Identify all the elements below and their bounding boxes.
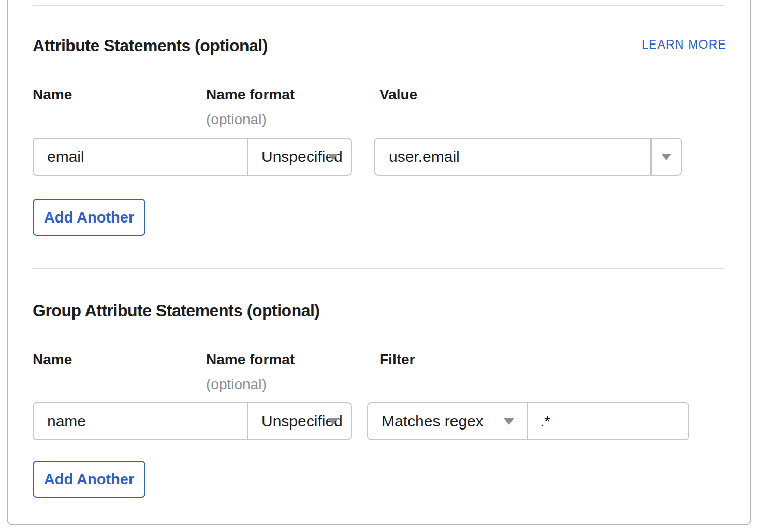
group-col-format-label: Name format [206,351,295,368]
attr-col-value-label: Value [380,86,417,103]
attr-name-format-field-group: Unspecified [33,138,352,176]
settings-card [7,0,751,525]
chevron-down-icon [328,154,338,160]
attribute-statements-title: Attribute Statements (optional) [33,36,268,55]
group-col-filter-label: Filter [380,351,415,368]
attr-col-format-optional-label: (optional) [206,111,267,128]
attr-name-input[interactable] [34,139,247,175]
group-filter-type-select[interactable]: Matches regex [368,403,527,439]
group-filter-type-select-value: Matches regex [382,412,484,430]
chevron-down-icon [661,154,672,160]
group-name-format-field-group: Unspecified [33,402,352,440]
attr-col-name-label: Name [33,86,72,103]
group-col-name-label: Name [33,351,72,368]
attr-col-format-label: Name format [206,86,295,103]
section-divider-middle [33,268,725,269]
section-divider-top [33,5,725,6]
group-name-format-select[interactable]: Unspecified [248,403,351,439]
learn-more-link[interactable]: LEARN MORE [641,38,726,52]
group-filter-value-input[interactable] [528,403,688,439]
group-add-another-button[interactable]: Add Another [33,461,145,498]
attr-value-input[interactable] [375,139,650,175]
chevron-down-icon [504,418,514,425]
attr-value-field-group [374,138,682,176]
group-name-input[interactable] [34,403,247,439]
attr-name-format-select[interactable]: Unspecified [248,139,351,175]
chevron-down-icon [328,418,338,425]
group-col-format-optional-label: (optional) [206,376,267,393]
attr-value-dropdown-button[interactable] [652,139,681,175]
group-attribute-statements-title: Group Attribute Statements (optional) [33,301,320,320]
group-filter-field-group: Matches regex [367,402,689,440]
attr-add-another-button[interactable]: Add Another [33,199,145,236]
